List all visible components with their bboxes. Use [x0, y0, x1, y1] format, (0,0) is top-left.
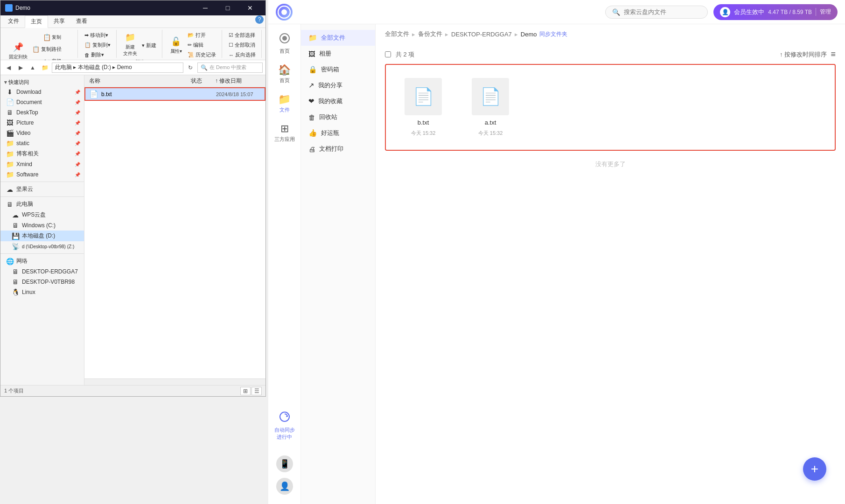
cloud-nav-favorites[interactable]: ❤ 我的收藏 [301, 93, 375, 109]
sidebar-item-network-z[interactable]: 📡 d (\\Desktop-v0tbr98) (Z:) [0, 241, 84, 252]
ribbon-tab-file[interactable]: 文件 [2, 15, 25, 28]
cloud-icon-home[interactable]: 首页 [270, 29, 300, 58]
copy-button[interactable]: 📋 复制 [30, 31, 74, 44]
maximize-button[interactable]: □ [217, 0, 238, 15]
pin-icon-desktop: 📌 [75, 110, 80, 115]
fab-add-button[interactable]: + [803, 457, 826, 481]
sidebar-item-jianguoyun[interactable]: ☁ 坚果云 [0, 184, 84, 195]
col-name-header[interactable]: 名称 [84, 77, 178, 85]
ribbon-tab-view[interactable]: 查看 [70, 15, 93, 28]
history-button[interactable]: 📜历史记录 [186, 50, 218, 59]
cloud-phone-icon[interactable]: 📱 [276, 455, 293, 472]
wps-icon: ☁ [12, 211, 19, 219]
address-path[interactable]: 此电脑 ▸ 本地磁盘 (D:) ▸ Demo [52, 63, 183, 73]
local-d-icon: 💾 [12, 232, 19, 240]
sidebar-item-wpsdrive[interactable]: ☁ WPS云盘 [0, 210, 84, 220]
cloud-nav-vault[interactable]: 🔒 密码箱 [301, 62, 375, 77]
cloud-icon-apps[interactable]: ⊞ 三方应用 [270, 119, 300, 147]
properties-button[interactable]: 🔓 属性▾ [167, 35, 185, 56]
copy-to-button[interactable]: 📋复制到▾ [83, 41, 112, 49]
select-all-checkbox[interactable] [385, 51, 391, 57]
ribbon-tab-share[interactable]: 共享 [48, 15, 70, 28]
open-button[interactable]: 📂打开 [186, 31, 218, 40]
vip-badge[interactable]: 👤 会员生效中 4.47 TB / 8.59 TB 管理 [713, 4, 838, 20]
new-folder-button[interactable]: 📁 新建文件夹 [121, 31, 139, 58]
window-title: Demo [15, 5, 30, 11]
cloud-nav-print[interactable]: 🖨 文档打印 [301, 141, 375, 157]
help-button[interactable]: ? [255, 15, 264, 24]
select-all-button[interactable]: ☑全部选择 [227, 31, 258, 40]
breadcrumb-backup[interactable]: 备份文件 [418, 30, 442, 38]
sidebar-item-erdgga7[interactable]: 🖥 DESKTOP-ERDGGA7 [0, 266, 84, 277]
breadcrumb-desktop[interactable]: DESKTOP-ERDGGA7 [451, 31, 512, 38]
copy-path-button[interactable]: 📋 复制路径 [30, 45, 74, 54]
cloud-user-icon[interactable]: 👤 [276, 478, 293, 495]
grid-view-button[interactable]: ⊞ [240, 387, 251, 395]
copy-path-icon: 📋 [32, 46, 40, 53]
all-files-icon: 📁 [308, 34, 317, 42]
breadcrumb-all-files[interactable]: 全部文件 [385, 30, 409, 38]
cloud-icon-home2[interactable]: 🏠 首页 [270, 60, 300, 88]
cloud-toolbar: 共 2 项 ↑ 按修改时间排序 ≡ [385, 49, 836, 59]
cloud-search-input[interactable] [624, 8, 698, 15]
sync-folder-label[interactable]: 同步文件夹 [539, 30, 567, 38]
ribbon-tab-home[interactable]: 主页 [25, 15, 48, 28]
new-item-button[interactable]: ▾ 新建 [140, 41, 158, 50]
cloud-file-atxt[interactable]: 📄 a.txt 今天 15:32 [462, 74, 518, 140]
horizontal-scrollbar[interactable] [84, 378, 265, 385]
sidebar-video-label: Video [16, 130, 30, 136]
ribbon-group-new: 📁 新建文件夹 ▾ 新建 新建 [118, 30, 162, 58]
sidebar-item-windows-c[interactable]: 🖥 Windows (C:) [0, 220, 84, 231]
sort-button[interactable]: ↑ 按修改时间排序 [780, 50, 827, 59]
sidebar-item-blog[interactable]: 📁 博客相关 📌 [0, 148, 84, 159]
cloud-nav-lucky-bottle[interactable]: 👍 好运瓶 [301, 125, 375, 141]
cloud-icon-auto-sync[interactable]: 自动同步进行中 [270, 407, 300, 444]
static-icon: 📁 [6, 140, 14, 147]
my-share-label: 我的分享 [318, 81, 342, 90]
vip-manage-button[interactable]: 管理 [816, 8, 831, 16]
cloud-nav-trash[interactable]: 🗑 回收站 [301, 109, 375, 125]
invert-select-button[interactable]: ↔反向选择 [227, 50, 258, 59]
up-button[interactable]: ▲ [28, 63, 38, 73]
atxt-icon: 📄 [480, 87, 501, 106]
windows-icon: 🖥 [12, 222, 19, 229]
refresh-button[interactable]: ↻ [185, 63, 196, 73]
sidebar-item-video[interactable]: 🎬 Video 📌 [0, 128, 84, 138]
file-list: 📄 b.txt 2024/8/18 15:07 [84, 87, 265, 378]
forward-button[interactable]: ▶ [15, 63, 26, 73]
sidebar-item-picture[interactable]: 🖼 Picture 📌 [0, 118, 84, 128]
download-icon: ⬇ [6, 88, 14, 96]
list-view-button[interactable]: ☰ [251, 387, 262, 395]
sidebar-item-software[interactable]: 📁 Software 📌 [0, 169, 84, 180]
sidebar-item-network[interactable]: 🌐 网络 [0, 256, 84, 266]
properties-icon: 🔓 [170, 36, 182, 47]
back-button[interactable]: ◀ [3, 63, 14, 73]
sidebar-item-local-d[interactable]: 💾 本地磁盘 (D:) [0, 231, 84, 241]
sidebar-item-xmind[interactable]: 📁 Xmind 📌 [0, 159, 84, 169]
col-status-header[interactable]: 状态 [178, 77, 215, 85]
more-options-button[interactable]: ≡ [831, 49, 836, 59]
cloud-nav-all-files[interactable]: 📁 全部文件 [301, 30, 375, 46]
sidebar-item-download[interactable]: ⬇ Download 📌 [0, 87, 84, 97]
open-items: 🔓 属性▾ 📂打开 ✏编辑 📜历史记录 [167, 31, 218, 59]
minimize-button[interactable]: ─ [195, 0, 216, 15]
cloud-nav-my-share[interactable]: ↗ 我的分享 [301, 77, 375, 93]
close-button[interactable]: ✕ [239, 0, 261, 15]
edit-icon: ✏ [188, 42, 192, 48]
lucky-label: 好运瓶 [321, 129, 339, 137]
table-row[interactable]: 📄 b.txt 2024/8/18 15:07 [84, 87, 265, 101]
edit-button[interactable]: ✏编辑 [186, 41, 218, 49]
cloud-nav-album[interactable]: 🖼 相册 [301, 46, 375, 62]
move-to-button[interactable]: ➡移动到▾ [83, 31, 112, 40]
sidebar-item-thispc[interactable]: 🖥 此电脑 [0, 199, 84, 210]
sidebar-item-v0tbr98[interactable]: 🖥 DESKTOP-V0TBR98 [0, 277, 84, 287]
sidebar-item-document[interactable]: 📄 Document 📌 [0, 97, 84, 107]
quick-access-label: ▾ 快速访问 [0, 77, 84, 87]
delete-button[interactable]: 🗑删除▾ [83, 50, 112, 59]
cloud-icon-files[interactable]: 📁 文件 [270, 90, 300, 117]
sidebar-item-desktop[interactable]: 🖥 DeskTop 📌 [0, 107, 84, 118]
cloud-file-btxt[interactable]: 📄 b.txt 今天 15:32 [395, 74, 451, 140]
sidebar-item-static[interactable]: 📁 static 📌 [0, 138, 84, 148]
deselect-all-button[interactable]: ☐全部取消 [227, 41, 258, 49]
sidebar-item-linux[interactable]: 🐧 Linux [0, 287, 84, 297]
